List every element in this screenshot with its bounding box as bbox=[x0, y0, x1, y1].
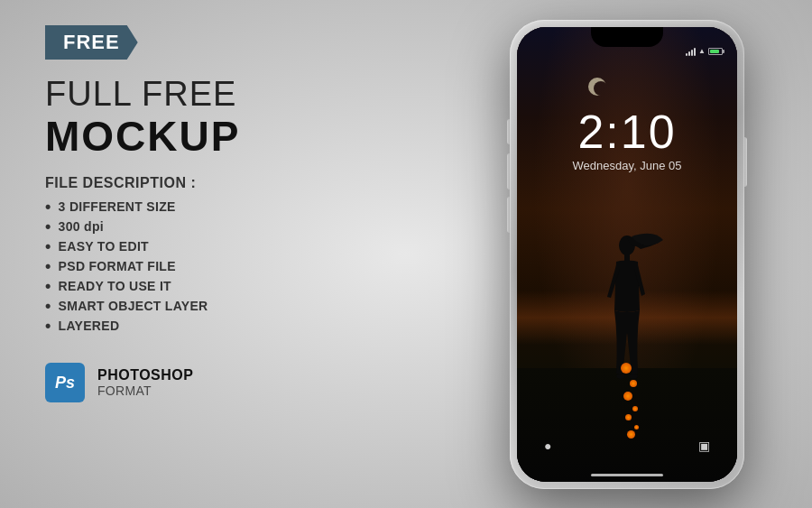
volume-up-button bbox=[507, 153, 510, 189]
title-line1: FULL FREE bbox=[45, 76, 406, 114]
left-panel: FREE FULL FREE MOCKUP FILE DESCRIPTION :… bbox=[0, 0, 442, 508]
phone-notch bbox=[591, 27, 663, 47]
wifi-icon: ▲ bbox=[698, 47, 706, 55]
feature-item: READY TO USE IT bbox=[45, 278, 406, 294]
phone-mockup: ▲ 2:10 Wednesday, June 05 bbox=[510, 20, 744, 489]
right-panel: ▲ 2:10 Wednesday, June 05 bbox=[442, 0, 812, 508]
feature-item: SMART OBJECT LAYER bbox=[45, 298, 406, 314]
feature-item: PSD FORMAT FILE bbox=[45, 258, 406, 274]
orb-particle bbox=[621, 363, 632, 374]
moon bbox=[594, 81, 608, 96]
photoshop-line1: PHOTOSHOP bbox=[97, 367, 193, 383]
phone-bottom-bar: ● ▣ bbox=[517, 419, 737, 482]
title-line2: MOCKUP bbox=[45, 114, 406, 160]
lock-screen-time: 2:10 Wednesday, June 05 bbox=[517, 108, 737, 172]
photoshop-text: PHOTOSHOP FORMAT bbox=[97, 367, 193, 398]
phone-outer: ▲ 2:10 Wednesday, June 05 bbox=[510, 20, 744, 489]
photoshop-badge: Ps PHOTOSHOP FORMAT bbox=[45, 363, 406, 402]
free-badge: FREE bbox=[45, 25, 138, 60]
free-badge-label: FREE bbox=[63, 31, 120, 54]
phone-inner: ▲ 2:10 Wednesday, June 05 bbox=[517, 27, 737, 482]
photoshop-line2: FORMAT bbox=[97, 383, 193, 398]
time-display: 2:10 bbox=[517, 108, 737, 155]
page-container: FREE FULL FREE MOCKUP FILE DESCRIPTION :… bbox=[0, 0, 812, 508]
signal-icon bbox=[686, 47, 696, 56]
file-description: FILE DESCRIPTION : 3 DIFFERENT SIZE 300 … bbox=[45, 175, 406, 337]
svg-point-3 bbox=[629, 374, 638, 379]
feature-item: 3 DIFFERENT SIZE bbox=[45, 199, 406, 215]
orb-particle bbox=[630, 380, 637, 387]
photoshop-icon: Ps bbox=[45, 363, 85, 402]
phone-screen: ▲ 2:10 Wednesday, June 05 bbox=[517, 27, 737, 482]
orb-particle bbox=[623, 392, 632, 401]
orb-particle bbox=[632, 406, 638, 411]
flashlight-icon: ● bbox=[544, 439, 551, 453]
silhouette bbox=[591, 229, 663, 410]
feature-item: 300 dpi bbox=[45, 218, 406, 235]
date-display: Wednesday, June 05 bbox=[517, 159, 737, 172]
status-icons: ▲ bbox=[686, 47, 723, 56]
features-list: 3 DIFFERENT SIZE 300 dpi EASY TO EDIT PS… bbox=[45, 199, 406, 334]
feature-item: LAYERED bbox=[45, 318, 406, 334]
desc-title: FILE DESCRIPTION : bbox=[45, 175, 406, 191]
power-button bbox=[744, 137, 747, 187]
battery-icon bbox=[708, 48, 723, 55]
feature-item: EASY TO EDIT bbox=[45, 238, 406, 254]
camera-icon: ▣ bbox=[698, 439, 710, 453]
volume-down-button bbox=[507, 197, 510, 233]
battery-tip bbox=[723, 50, 724, 53]
main-title: FULL FREE MOCKUP bbox=[45, 76, 406, 159]
svg-point-2 bbox=[616, 374, 625, 379]
battery-fill bbox=[710, 50, 719, 53]
mute-button bbox=[507, 119, 510, 144]
